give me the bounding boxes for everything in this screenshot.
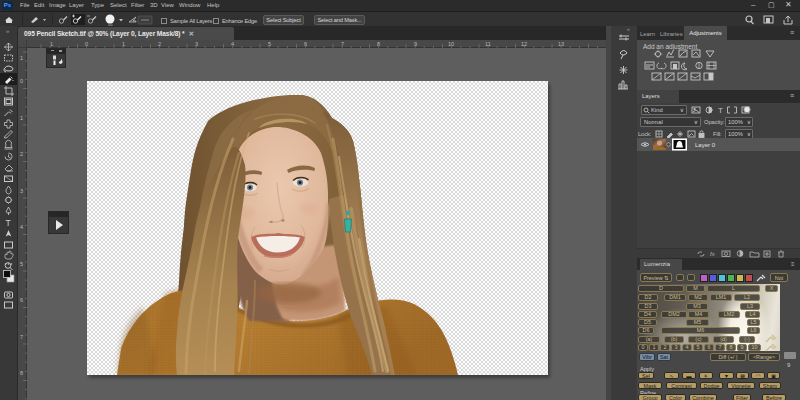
svg-text:»: » [6, 28, 10, 34]
svg-text:fx: fx [710, 251, 716, 257]
svg-text:T: T [6, 218, 11, 228]
svg-text:Layer 0: Layer 0 [695, 142, 716, 148]
svg-text:T: T [718, 106, 723, 115]
svg-text:«: « [627, 26, 630, 32]
